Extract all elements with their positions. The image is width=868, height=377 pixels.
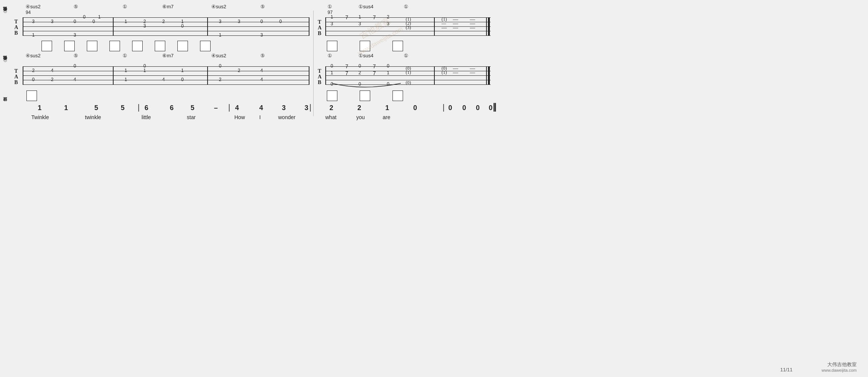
r-chord-label-r2-2: ①sus4 (359, 53, 373, 58)
r-chord-box-3 (392, 41, 403, 51)
lyric-word-2: twinkle (85, 114, 101, 120)
r-s2-note-1: 3 (331, 21, 333, 26)
tab-note-u6: 0 (92, 19, 95, 24)
tab2-note-17: 2 (219, 77, 222, 82)
bar2-start (23, 66, 23, 85)
chord-label-r2-6: ⑤ (260, 53, 265, 58)
left-side-labels: 吉他（拨弦石） 吉他（拨弦石） 主旋律 (0, 3, 10, 120)
r-lyric-num-4: 0 (413, 104, 417, 112)
tab2-note-9: 2 (238, 68, 240, 73)
bar-line-lyrics-2: | (228, 102, 230, 112)
chord-box-l8 (26, 90, 37, 101)
tab2-note-7: 1 (143, 68, 146, 73)
chord-label-r2-2: ⑤ (74, 53, 78, 58)
r-bracket-s3: (3) (406, 25, 411, 31)
r-bar2-thick (488, 66, 490, 85)
r-lyric-num-1: 2 (329, 104, 333, 112)
staff-line-4 (23, 31, 309, 31)
tab-note-u4: 3 (51, 19, 54, 24)
r-lyric-num-7: 0 (476, 104, 480, 112)
tab2-label-a: A (14, 74, 18, 80)
footer-website: www.daweijita.com (822, 368, 857, 372)
r-note-7a: 7 (345, 14, 348, 20)
chord-label-3: ① (123, 4, 127, 9)
r-chord-box-l1 (327, 90, 337, 101)
r-bar-thin (486, 17, 487, 36)
chord-label-r2-4: ⑥m7 (162, 53, 174, 58)
chord-label-4: ⑥m7 (162, 4, 174, 9)
tab-note-u7: 1 (125, 19, 127, 24)
slur-svg (325, 63, 412, 89)
tab-note-b1: 1 (32, 32, 35, 38)
bar-line-lyrics-end: | (309, 102, 311, 112)
tab-note-b4: 3 (260, 32, 263, 38)
chord-label-r2-3: ① (123, 53, 127, 58)
r-dash-s3: — (442, 25, 447, 31)
tab2-note-14: 1 (125, 77, 127, 82)
tab-note-u13: 0 (260, 19, 263, 24)
tab-note-b2: 3 (74, 32, 76, 38)
tab-note-m1: 3 (143, 23, 146, 29)
tab-note-u2: 1 (98, 14, 101, 20)
r-final-bar: ‖ (492, 102, 497, 112)
lyric-num-9: 4 (259, 104, 263, 112)
r-upper-tab-staff: T A B 1 7 1 7 2 (1) (1) — — (317, 14, 491, 40)
bar2-end (309, 66, 309, 85)
staff-line-5 (23, 35, 309, 36)
r-dash-s3-3: — (470, 25, 475, 31)
chord-box-1 (42, 41, 52, 51)
r-staff-line-4 (325, 31, 491, 31)
upper-tab-staff: T A B 0 1 3 3 0 0 1 2 (11, 14, 309, 40)
tab-note-u3: 3 (32, 19, 35, 24)
lyric-num-11: 3 (305, 104, 308, 112)
r-note-7b: 7 (373, 14, 376, 20)
footer-studio: 大伟吉他教室 (822, 361, 857, 368)
section-divider (313, 11, 314, 116)
r2-dash-s2-1: — (453, 70, 458, 76)
r-lower-tab-staff: T A B 0 7 0 7 0 (0) (0) — — 1 (317, 63, 491, 89)
staff2-line-4 (23, 80, 309, 80)
tab2-note-5: 4 (51, 68, 54, 73)
tab2-note-8: 1 (181, 68, 184, 73)
staff2-line-1 (23, 66, 309, 67)
lyric-num-8: 4 (235, 104, 239, 112)
r-tab2-label-b: B (318, 80, 321, 86)
r-chord-label-r2-3: ① (404, 53, 408, 58)
tab-note-m2: 0 (181, 23, 184, 29)
chord-box-8 (200, 41, 211, 51)
lyric-word-4: star (187, 114, 195, 120)
r-note-2: 1 (359, 14, 361, 20)
r-note-1: 1 (331, 14, 333, 20)
r-tab2-label-t: T (318, 68, 321, 74)
staff2-line-5 (23, 84, 309, 85)
tab2-note-4: 2 (32, 68, 35, 73)
chord-box-5 (132, 41, 143, 51)
bar-line-2 (207, 17, 208, 36)
r-s2-note-2: 3 (359, 21, 361, 26)
r2-bot-1: 0 (331, 81, 333, 87)
lyric-word-5: How (234, 114, 245, 120)
tab2-label-b: B (14, 80, 18, 86)
lyric-word-3: little (142, 114, 151, 120)
chord-box-6 (155, 41, 165, 51)
lyric-num-7: 5 (191, 104, 194, 112)
bar2-line-1 (113, 66, 114, 85)
staff2-line-2 (23, 71, 309, 71)
r-note-3: 2 (387, 14, 389, 20)
chord-box-2 (64, 41, 75, 51)
tab2-note-11: 0 (32, 77, 35, 82)
lower-tab-staff: T A B 0 0 0 2 4 1 1 1 2 4 0 2 (11, 63, 309, 89)
r-s2-note-3: 3 (387, 21, 389, 26)
r-lyric-num-2: 2 (357, 104, 361, 112)
r-lyric-word-1: what (325, 114, 337, 120)
r-lyric-word-2: you (356, 114, 365, 120)
tab-note-u14: 0 (279, 19, 282, 24)
r-tab-label-b: B (318, 31, 321, 37)
r-chord-box-l2 (360, 90, 370, 101)
r-bar2-thin (486, 66, 487, 85)
lyric-num-5: 6 (145, 104, 148, 112)
lyric-word-1: Twinkle (31, 114, 49, 120)
footer: 大伟吉他教室 www.daweijita.com (822, 361, 857, 372)
r2-bracket-s2-2: (1) (442, 70, 447, 75)
tab-label-a: A (14, 25, 18, 30)
